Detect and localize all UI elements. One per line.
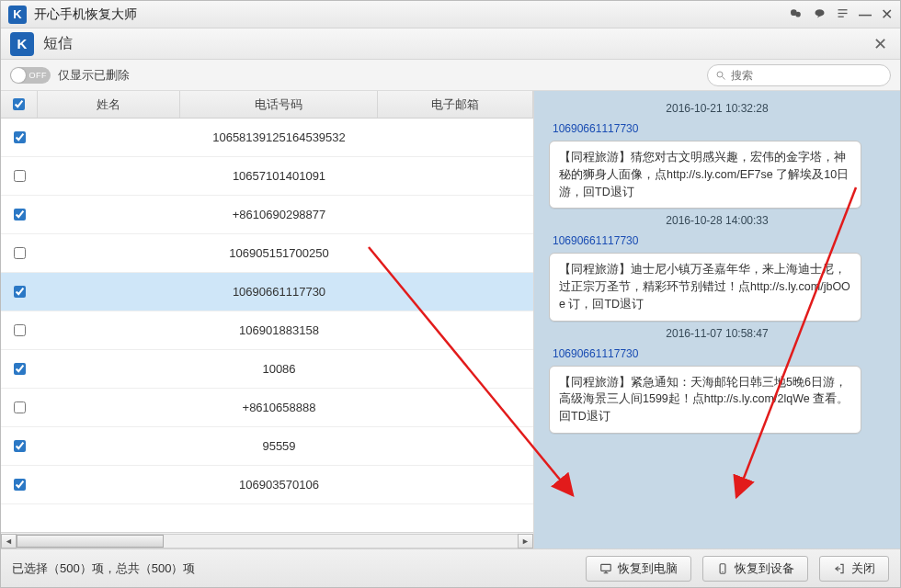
left-panel: 姓名 电话号码 电子邮箱 106581391251645395321065710… [1, 91, 534, 548]
table-row[interactable]: +8610658888 [1, 389, 533, 427]
row-checkbox-cell[interactable] [1, 401, 38, 413]
close-button-label: 关闭 [851, 560, 875, 577]
row-phone: 95559 [180, 439, 378, 453]
row-checkbox[interactable] [14, 401, 26, 413]
close-button[interactable]: 关闭 [819, 556, 889, 582]
minimize-icon[interactable]: — [859, 8, 872, 21]
message-bubble: 【同程旅游】紧急通知：天海邮轮日韩三地5晚6日游，高级海景三人间1599起！点h… [549, 366, 861, 434]
select-all-checkbox[interactable] [13, 98, 25, 110]
horizontal-scrollbar[interactable]: ◄ ► [1, 532, 533, 548]
row-phone: 10658139125164539532 [180, 130, 378, 144]
titlebar: K 开心手机恢复大师 — ✕ [1, 1, 900, 28]
svg-rect-10 [601, 564, 611, 571]
table-row[interactable]: +8610690298877 [1, 196, 533, 234]
message-sender: 10690661117730 [553, 234, 887, 247]
row-checkbox[interactable] [14, 324, 26, 336]
table-row[interactable]: 106905151700250 [1, 234, 533, 273]
row-phone: 106903570106 [180, 478, 378, 492]
hscroll-right-arrow[interactable]: ► [518, 534, 533, 548]
row-checkbox[interactable] [14, 479, 26, 491]
row-checkbox-cell[interactable] [1, 440, 38, 452]
page-title: 短信 [43, 34, 870, 53]
table-row[interactable]: 10690661117730 [1, 273, 533, 311]
message-timestamp: 2016-11-07 10:58:47 [547, 327, 887, 340]
main-area: 姓名 电话号码 电子邮箱 106581391251645395321065710… [1, 91, 900, 548]
row-checkbox[interactable] [14, 363, 26, 375]
app-logo: K [8, 6, 27, 24]
app-window: K 开心手机恢复大师 — ✕ K 短信 ✕ OFF 仅显示已删除 [0, 0, 901, 588]
row-checkbox-cell[interactable] [1, 170, 38, 182]
table-row[interactable]: 106903570106 [1, 466, 533, 504]
row-checkbox[interactable] [14, 247, 26, 259]
row-checkbox-cell[interactable] [1, 324, 38, 336]
row-phone: +8610690298877 [180, 208, 378, 221]
message-timestamp: 2016-10-28 14:00:33 [547, 214, 887, 227]
status-text: 已选择（500）项，总共（500）项 [12, 560, 575, 577]
restore-to-device-button[interactable]: 恢复到设备 [702, 556, 808, 582]
message-sender: 10690661117730 [553, 122, 887, 135]
close-icon[interactable]: ✕ [881, 7, 893, 22]
bottom-bar: 已选择（500）项，总共（500）项 恢复到电脑 恢复到设备 关闭 [1, 548, 900, 587]
restore-to-pc-button[interactable]: 恢复到电脑 [586, 556, 691, 582]
row-checkbox-cell[interactable] [1, 209, 38, 220]
titlebar-icons: — ✕ [789, 6, 893, 23]
table-row[interactable]: 106901883158 [1, 311, 533, 350]
row-checkbox-cell[interactable] [1, 131, 38, 143]
table-row[interactable]: 10658139125164539532 [1, 119, 533, 157]
row-phone: 10690661117730 [180, 285, 378, 299]
row-checkbox-cell[interactable] [1, 286, 38, 298]
row-phone: 10086 [180, 362, 378, 376]
subheader: K 短信 ✕ [1, 28, 900, 60]
search-input[interactable] [731, 69, 883, 82]
toolbar: OFF 仅显示已删除 [1, 60, 900, 91]
row-checkbox[interactable] [14, 131, 26, 143]
svg-point-1 [795, 11, 801, 17]
header-name[interactable]: 姓名 [38, 91, 180, 118]
header-checkbox-cell[interactable] [1, 91, 38, 118]
menu-icon[interactable] [836, 6, 850, 22]
row-checkbox-cell[interactable] [1, 363, 38, 375]
right-panel: 2016-10-21 10:32:2810690661117730【同程旅游】猜… [534, 91, 900, 548]
row-checkbox[interactable] [14, 170, 26, 182]
message-timestamp: 2016-10-21 10:32:28 [547, 102, 887, 115]
svg-point-6 [717, 72, 723, 77]
hscroll-thumb[interactable] [17, 535, 164, 548]
sub-logo: K [10, 32, 34, 56]
row-checkbox[interactable] [14, 286, 26, 298]
row-checkbox[interactable] [14, 209, 26, 220]
svg-point-2 [815, 9, 825, 17]
table-row[interactable]: 10657101401091 [1, 157, 533, 196]
chat-icon[interactable] [813, 6, 827, 22]
toggle-state-label: OFF [29, 71, 48, 80]
wechat-icon[interactable] [789, 6, 804, 23]
table-row[interactable]: 10086 [1, 350, 533, 389]
row-checkbox[interactable] [14, 440, 26, 452]
exit-icon [833, 562, 846, 575]
hscroll-left-arrow[interactable]: ◄ [1, 534, 17, 548]
svg-line-7 [723, 76, 725, 79]
row-phone: 106905151700250 [180, 246, 378, 260]
hscroll-track[interactable] [17, 534, 518, 548]
restore-to-device-label: 恢复到设备 [735, 560, 794, 577]
row-checkbox-cell[interactable] [1, 479, 38, 491]
table-row[interactable]: 95559 [1, 427, 533, 466]
header-phone[interactable]: 电话号码 [180, 91, 378, 118]
table-header: 姓名 电话号码 电子邮箱 [1, 91, 533, 119]
panel-close-icon[interactable]: ✕ [870, 34, 891, 54]
search-box[interactable] [707, 64, 891, 86]
table-body[interactable]: 1065813912516453953210657101401091+86106… [1, 119, 533, 532]
pc-icon [599, 562, 612, 575]
row-phone: 10657101401091 [180, 169, 378, 183]
device-icon [716, 562, 729, 575]
message-sender: 10690661117730 [553, 347, 887, 360]
row-phone: +8610658888 [180, 401, 378, 414]
row-checkbox-cell[interactable] [1, 247, 38, 259]
row-phone: 106901883158 [180, 323, 378, 337]
header-email[interactable]: 电子邮箱 [378, 91, 533, 118]
toggle-label: 仅显示已删除 [58, 67, 130, 84]
show-deleted-toggle[interactable]: OFF [10, 67, 51, 84]
message-bubble: 【同程旅游】猜您对古文明感兴趣，宏伟的金字塔，神秘的狮身人面像，点http://… [549, 141, 861, 209]
search-icon [715, 70, 726, 81]
message-bubble: 【同程旅游】迪士尼小镇万圣嘉年华，来上海迪士尼，过正宗万圣节，精彩环节别错过！点… [549, 253, 861, 321]
app-title: 开心手机恢复大师 [34, 6, 789, 23]
